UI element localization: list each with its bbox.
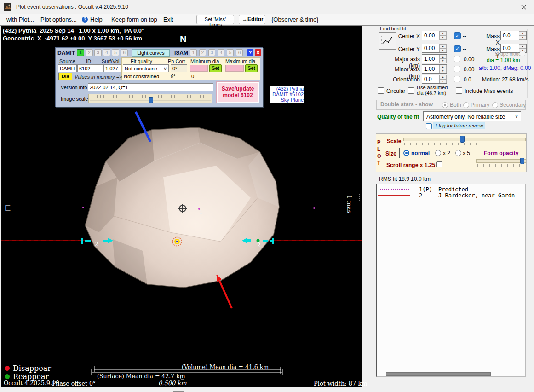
- orientation-spinner[interactable]: 0.0: [422, 75, 447, 84]
- plot-letter-t: T: [377, 160, 380, 166]
- version-info-field[interactable]: 2022-02-14, Q=1: [88, 83, 213, 91]
- col-max-dia: Maximum dia: [225, 58, 255, 64]
- spin-up-icon[interactable]: [439, 65, 447, 69]
- scale-slider[interactable]: [403, 138, 526, 141]
- center-x-dash: --: [463, 33, 466, 40]
- damit-tab-6[interactable]: 6: [121, 49, 128, 56]
- maximize-icon[interactable]: [493, 0, 513, 14]
- isam-tab-6[interactable]: 6: [236, 49, 243, 56]
- shape-model-checkbox[interactable]: [520, 51, 525, 56]
- mass-x-spinner[interactable]: 0.0: [500, 31, 527, 40]
- primary-radio[interactable]: [463, 102, 469, 108]
- damit-tab-3[interactable]: 3: [94, 49, 102, 56]
- menu-with-plot[interactable]: with Plot...: [6, 16, 34, 23]
- spin-down-icon[interactable]: [439, 69, 447, 73]
- close-icon[interactable]: [513, 0, 534, 14]
- center-x-spinner[interactable]: 0.00: [422, 31, 447, 40]
- circular-checkbox[interactable]: [378, 87, 384, 94]
- min-dia-field[interactable]: [190, 65, 208, 72]
- isam-tab-4[interactable]: 4: [218, 49, 224, 56]
- spin-down-icon[interactable]: [439, 59, 447, 63]
- orientation-checkbox[interactable]: [454, 76, 460, 82]
- ab-dmag-text: a/b: 1.00, dMag: 0.00: [479, 65, 531, 71]
- isam-tab-1[interactable]: 1: [190, 49, 197, 56]
- save-update-button[interactable]: Save/update model 6102: [217, 82, 259, 103]
- spin-up-icon[interactable]: [439, 75, 447, 79]
- observations-listbox[interactable]: 1(P) Predicted 2 J Bardecker, near Gardn: [376, 184, 526, 377]
- light-curves-button[interactable]: Light curves: [132, 49, 170, 57]
- ph-corr-field[interactable]: 0°: [171, 64, 187, 72]
- flag-review-checkbox[interactable]: [426, 123, 432, 129]
- include-miss-checkbox[interactable]: [456, 87, 462, 94]
- bottom-scroll-chip[interactable]: [173, 391, 184, 392]
- editor-button[interactable]: →Editor: [239, 15, 265, 24]
- size-x2-radio[interactable]: [435, 150, 441, 156]
- menu-exit[interactable]: Exit: [163, 16, 173, 23]
- size-normal-radio[interactable]: [403, 150, 409, 156]
- h-scrollbar-thumb[interactable]: [386, 372, 491, 376]
- surfvol-field[interactable]: 1.027: [103, 64, 121, 72]
- spin-down-icon[interactable]: [519, 35, 526, 40]
- center-y-spinner[interactable]: 0.00: [422, 44, 447, 53]
- size-x5-label: x 5: [463, 150, 470, 156]
- major-fit-value: 0.00: [464, 56, 474, 63]
- fit-quality-dropdown[interactable]: Not constraine∨: [123, 64, 169, 72]
- isam-tab-3[interactable]: 3: [208, 49, 215, 56]
- id-field[interactable]: 6102: [77, 64, 103, 72]
- size-x5-radio[interactable]: [455, 150, 461, 156]
- image-scale-slider[interactable]: [88, 94, 212, 103]
- major-axis-checkbox[interactable]: [454, 56, 460, 62]
- isam-tab-5[interactable]: 5: [227, 49, 234, 56]
- occult-window: Plot event observations : Occult v.4.202…: [0, 0, 534, 392]
- set-max-button[interactable]: Set: [245, 64, 258, 72]
- obs-name: Predicted: [438, 186, 468, 193]
- minor-axis-spinner[interactable]: 1.00: [422, 64, 447, 74]
- spin-up-icon[interactable]: [519, 31, 526, 35]
- source-field[interactable]: DAMIT: [58, 64, 77, 72]
- damit-tab-2[interactable]: 2: [86, 49, 93, 56]
- use-assumed-checkbox[interactable]: [408, 87, 414, 94]
- spin-down-icon[interactable]: [439, 35, 447, 40]
- set-min-button[interactable]: Set: [209, 64, 222, 72]
- chord-number-left: 2: [95, 241, 98, 248]
- center-y-dash: --: [463, 46, 466, 52]
- max-dia-field[interactable]: [225, 65, 244, 72]
- quality-combobox[interactable]: Astrometry only. No reliable size ∨: [423, 111, 521, 121]
- secondary-radio[interactable]: [492, 102, 498, 108]
- image-scale-thumb[interactable]: [149, 97, 153, 103]
- both-radio[interactable]: [442, 102, 448, 108]
- damit-tab-5[interactable]: 5: [112, 49, 119, 56]
- find-best-fit-button[interactable]: [379, 32, 396, 50]
- set-miss-times-button[interactable]: Set 'Miss' Times: [196, 15, 234, 24]
- spin-up-icon[interactable]: [439, 31, 447, 35]
- spin-up-icon[interactable]: [439, 44, 447, 48]
- size-label: Size: [385, 150, 396, 157]
- form-opacity-slider[interactable]: [476, 159, 526, 163]
- sky-plane-label: (432) Pythia DAMIT #6102 Sky Plane: [270, 86, 304, 103]
- scale-slider-thumb[interactable]: [460, 136, 465, 143]
- form-opacity-thumb[interactable]: [520, 158, 524, 164]
- dia-button[interactable]: Dia: [58, 73, 72, 80]
- menu-keep-on-top[interactable]: Keep form on top: [111, 16, 157, 23]
- panel-help-button[interactable]: ?: [247, 49, 253, 56]
- spin-up-icon[interactable]: [439, 55, 447, 59]
- spin-down-icon[interactable]: [439, 79, 447, 83]
- find-best-fit-title: Find best fit: [379, 26, 407, 31]
- menu-help[interactable]: Help: [90, 16, 103, 23]
- damit-tab-4[interactable]: 4: [103, 49, 110, 56]
- damit-tab-1[interactable]: 1: [77, 49, 84, 56]
- menu-observer-time[interactable]: {Observer & time}: [271, 16, 319, 23]
- panel-close-button[interactable]: X: [255, 49, 261, 56]
- center-x-checkbox[interactable]: [454, 32, 461, 39]
- menu-plot-options[interactable]: Plot options...: [40, 16, 77, 23]
- spin-up-icon[interactable]: [519, 44, 526, 48]
- major-axis-spinner[interactable]: 1.00: [422, 54, 447, 63]
- minor-axis-checkbox[interactable]: [454, 66, 460, 72]
- center-y-checkbox[interactable]: [454, 45, 461, 52]
- form-opacity-ticks: [477, 164, 525, 167]
- graph-icon: [379, 33, 396, 49]
- isam-tab-2[interactable]: 2: [199, 49, 206, 56]
- minimize-icon[interactable]: [472, 0, 493, 14]
- scroll-range-checkbox[interactable]: [436, 161, 442, 167]
- spin-down-icon[interactable]: [439, 48, 447, 52]
